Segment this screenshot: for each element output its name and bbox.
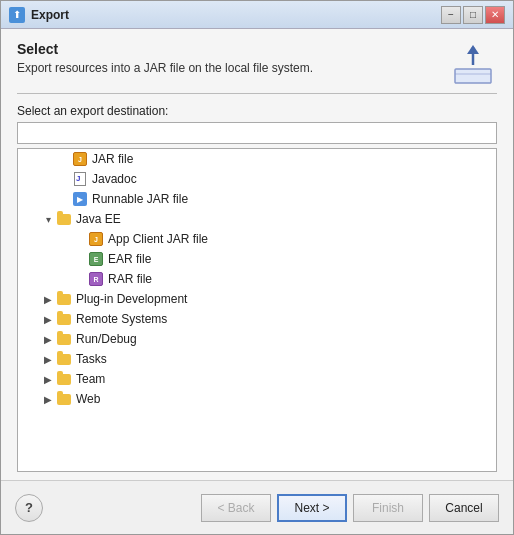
expand-spacer-rar xyxy=(74,273,86,285)
next-button[interactable]: Next > xyxy=(277,494,347,522)
item-icon-remote xyxy=(56,311,72,327)
close-button[interactable]: ✕ xyxy=(485,6,505,24)
item-label-jar: JAR file xyxy=(92,152,133,166)
expand-icon-javaee[interactable]: ▾ xyxy=(42,213,54,225)
item-icon-jar: J xyxy=(72,151,88,167)
item-icon-web xyxy=(56,391,72,407)
export-icon xyxy=(449,41,497,89)
expand-icon-team[interactable]: ▶ xyxy=(42,373,54,385)
window-title: Export xyxy=(31,8,441,22)
destination-label: Select an export destination: xyxy=(17,104,497,118)
expand-spacer-runnable xyxy=(58,193,70,205)
tree-item-web[interactable]: ▶ Web xyxy=(18,389,496,409)
search-input[interactable] xyxy=(17,122,497,144)
item-icon-javaee xyxy=(56,211,72,227)
item-icon-rundebug xyxy=(56,331,72,347)
tree-item-appclient[interactable]: J App Client JAR file xyxy=(18,229,496,249)
item-icon-plugin xyxy=(56,291,72,307)
header-separator xyxy=(17,93,497,94)
item-label-appclient: App Client JAR file xyxy=(108,232,208,246)
item-label-rar: RAR file xyxy=(108,272,152,286)
item-label-javaee: Java EE xyxy=(76,212,121,226)
tree-item-plugin[interactable]: ▶ Plug-in Development xyxy=(18,289,496,309)
title-bar: ⬆ Export − □ ✕ xyxy=(1,1,513,29)
item-label-team: Team xyxy=(76,372,105,386)
cancel-button[interactable]: Cancel xyxy=(429,494,499,522)
tree-item-team[interactable]: ▶ Team xyxy=(18,369,496,389)
finish-button[interactable]: Finish xyxy=(353,494,423,522)
expand-spacer-javadoc xyxy=(58,173,70,185)
button-bar: ? < Back Next > Finish Cancel xyxy=(1,480,513,534)
expand-spacer-jar xyxy=(58,153,70,165)
tree-item-ear[interactable]: E EAR file xyxy=(18,249,496,269)
expand-spacer-ear xyxy=(74,253,86,265)
item-icon-rar: R xyxy=(88,271,104,287)
section-description: Export resources into a JAR file on the … xyxy=(17,61,441,75)
window-controls: − □ ✕ xyxy=(441,6,505,24)
svg-marker-3 xyxy=(467,45,479,54)
item-icon-appclient: J xyxy=(88,231,104,247)
back-button[interactable]: < Back xyxy=(201,494,271,522)
tree-item-remote[interactable]: ▶ Remote Systems xyxy=(18,309,496,329)
item-label-rundebug: Run/Debug xyxy=(76,332,137,346)
dialog-content: Select Export resources into a JAR file … xyxy=(1,29,513,480)
item-label-plugin: Plug-in Development xyxy=(76,292,187,306)
item-label-web: Web xyxy=(76,392,100,406)
item-label-runnable: Runnable JAR file xyxy=(92,192,188,206)
item-label-ear: EAR file xyxy=(108,252,151,266)
header-row: Select Export resources into a JAR file … xyxy=(17,41,497,89)
item-icon-javadoc xyxy=(72,171,88,187)
help-button[interactable]: ? xyxy=(15,494,43,522)
item-icon-tasks xyxy=(56,351,72,367)
tree-item-jar[interactable]: J JAR file xyxy=(18,149,496,169)
expand-icon-plugin[interactable]: ▶ xyxy=(42,293,54,305)
tree-item-javadoc[interactable]: Javadoc xyxy=(18,169,496,189)
expand-icon-tasks[interactable]: ▶ xyxy=(42,353,54,365)
expand-icon-remote[interactable]: ▶ xyxy=(42,313,54,325)
window-icon: ⬆ xyxy=(9,7,25,23)
item-icon-runnable: ▶ xyxy=(72,191,88,207)
tree-item-runnable[interactable]: ▶ Runnable JAR file xyxy=(18,189,496,209)
minimize-button[interactable]: − xyxy=(441,6,461,24)
item-label-javadoc: Javadoc xyxy=(92,172,137,186)
maximize-button[interactable]: □ xyxy=(463,6,483,24)
tree-item-tasks[interactable]: ▶ Tasks xyxy=(18,349,496,369)
item-label-tasks: Tasks xyxy=(76,352,107,366)
expand-spacer-appclient xyxy=(74,233,86,245)
tree-item-rar[interactable]: R RAR file xyxy=(18,269,496,289)
expand-icon-web[interactable]: ▶ xyxy=(42,393,54,405)
tree-item-javaee[interactable]: ▾ Java EE xyxy=(18,209,496,229)
svg-rect-0 xyxy=(455,69,491,83)
item-icon-team xyxy=(56,371,72,387)
tree-item-rundebug[interactable]: ▶ Run/Debug xyxy=(18,329,496,349)
svg-rect-1 xyxy=(455,73,491,75)
item-icon-ear: E xyxy=(88,251,104,267)
expand-icon-rundebug[interactable]: ▶ xyxy=(42,333,54,345)
export-dialog: ⬆ Export − □ ✕ Select Export resources i… xyxy=(0,0,514,535)
item-label-remote: Remote Systems xyxy=(76,312,167,326)
section-title: Select xyxy=(17,41,441,57)
header-text: Select Export resources into a JAR file … xyxy=(17,41,441,83)
tree-container[interactable]: J JAR file Javadoc ▶ Runnable JAR file ▾… xyxy=(17,148,497,472)
